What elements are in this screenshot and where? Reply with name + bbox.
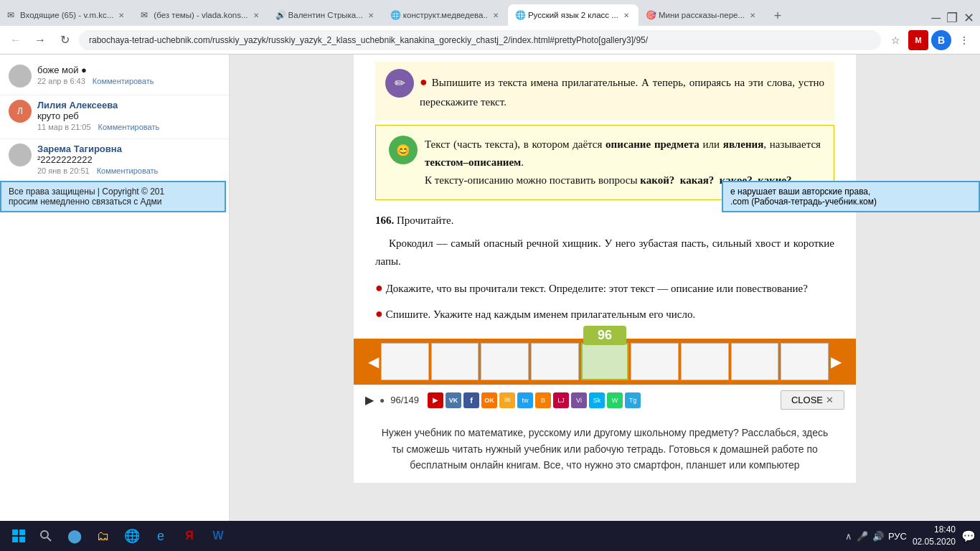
ad-text: Нужен учебник по математике, русскому ил…	[382, 427, 829, 471]
email-icon[interactable]: ✉	[499, 392, 515, 408]
tab-close-4[interactable]: ✕	[491, 11, 501, 20]
thumb-7[interactable]	[681, 343, 729, 380]
menu-button[interactable]: ⋮	[954, 30, 974, 50]
bullet-dot-task1: ●	[375, 281, 383, 295]
close-button[interactable]: CLOSE ✕	[781, 390, 844, 410]
minimize-button[interactable]: ─	[931, 11, 941, 26]
expand-tray-icon[interactable]: ∧	[845, 531, 852, 542]
start-button[interactable]	[4, 523, 33, 549]
taskbar-right: ∧ 🎤 🔊 РУС 18:40 02.05.2020 💬	[845, 524, 976, 548]
facebook-icon[interactable]: f	[463, 392, 479, 408]
page-number: 96	[598, 328, 612, 342]
notification-icon[interactable]: 💬	[961, 529, 976, 543]
viber-icon[interactable]: Vi	[571, 392, 587, 408]
close-btn-container: CLOSE ✕	[781, 390, 844, 410]
page-counter-display: 96/149	[390, 395, 419, 405]
taskbar-chrome-icon[interactable]: 🌐	[119, 523, 145, 549]
taskbar-word-icon[interactable]: W	[205, 523, 231, 549]
thumb-6[interactable]	[631, 343, 679, 380]
taskbar-ie-icon[interactable]: e	[148, 523, 174, 549]
comment-author-2: Лилия Алексеева	[37, 100, 159, 110]
taskbar-cortana-icon[interactable]: ⬤	[62, 523, 88, 549]
close-label: CLOSE	[791, 395, 823, 405]
blogger-icon[interactable]: B	[535, 392, 551, 408]
tab-title-2: (без темы) - vlada.kons...	[154, 11, 248, 19]
ok-icon[interactable]: OK	[481, 392, 497, 408]
tab-title-1: Входящие (65) - v.m.kc...	[20, 11, 113, 19]
comment-action-3[interactable]: Комментировать	[97, 166, 159, 175]
tab-close-2[interactable]: ✕	[251, 11, 261, 20]
svg-point-4	[41, 531, 48, 538]
tab-title-5: Русский язык 2 класс ...	[528, 11, 618, 19]
comment-text-3: ²2222222222	[37, 154, 158, 165]
comment-text-2: круто реб	[37, 110, 159, 121]
taskbar-search-icon[interactable]	[33, 523, 59, 549]
whatsapp-icon[interactable]: W	[607, 392, 623, 408]
back-button[interactable]: ←	[6, 30, 26, 50]
taskbar-yandex-icon[interactable]: Я	[176, 523, 202, 549]
tab-close-6[interactable]: ✕	[748, 11, 758, 20]
thumb-2[interactable]	[431, 343, 479, 380]
thumb-8[interactable]	[731, 343, 779, 380]
dot-separator: ●	[380, 395, 385, 405]
tab-favicon-4: 🌐	[390, 10, 400, 20]
tab-close-1[interactable]: ✕	[116, 11, 126, 20]
play-button[interactable]: ▶	[365, 393, 374, 407]
comment-action-1[interactable]: Комментировать	[93, 77, 154, 85]
tab-2[interactable]: ✉ (без темы) - vlada.kons... ✕	[133, 4, 268, 26]
tab-3[interactable]: 🔊 Валентин Стрыка... ✕	[268, 4, 383, 26]
bullet-dot-1: ●	[420, 75, 428, 89]
maximize-button[interactable]: ❐	[946, 10, 958, 26]
thumb-5[interactable]	[581, 343, 629, 380]
svg-rect-3	[19, 537, 25, 542]
close-window-button[interactable]: ✕	[963, 10, 974, 26]
page-number-badge: 96	[583, 326, 626, 345]
tab-6[interactable]: 🎯 Мини рассказы-пере... ✕	[639, 4, 765, 26]
thumb-3[interactable]	[481, 343, 529, 380]
tab-4[interactable]: 🌐 конструкт.медведева.. ✕	[383, 4, 508, 26]
textbook-page: ✏ ● Выпишите из текста имена прилагатель…	[354, 55, 856, 483]
svg-rect-1	[19, 529, 25, 535]
skype-icon[interactable]: Sk	[589, 392, 605, 408]
tab-5[interactable]: 🌐 Русский язык 2 класс ... ✕	[508, 4, 639, 26]
tab-close-5[interactable]: ✕	[621, 11, 631, 20]
tab-close-3[interactable]: ✕	[366, 11, 376, 20]
address-bar[interactable]	[79, 30, 881, 50]
profile-button[interactable]: B	[931, 30, 951, 50]
comment-action-2[interactable]: Комментировать	[98, 123, 160, 131]
refresh-button[interactable]: ↻	[55, 30, 75, 50]
vk-icon[interactable]: VK	[446, 392, 461, 408]
exercise-header: 166. Прочитайте.	[375, 212, 834, 230]
forward-button[interactable]: →	[30, 30, 50, 50]
new-tab-button[interactable]: +	[768, 6, 788, 26]
lang-label: РУС	[888, 531, 907, 542]
thumb-prev-button[interactable]: ◀	[368, 353, 379, 370]
telegram-icon[interactable]: Tg	[625, 392, 641, 408]
task1-container: ● Докажите, что вы прочитали текст. Опре…	[375, 278, 834, 299]
share-play-icon[interactable]: ▶	[428, 392, 443, 408]
content-wrapper: ✏ ● Выпишите из текста имена прилагатель…	[354, 55, 856, 521]
livejournal-icon[interactable]: LJ	[553, 392, 569, 408]
bullet-item-1-container: ✏ ● Выпишите из текста имена прилагатель…	[385, 69, 824, 110]
thumb-9[interactable]	[781, 343, 829, 380]
comment-1: боже мой ● 22 апр в 6:43 Комментировать	[0, 60, 229, 95]
tab-favicon-3: 🔊	[275, 10, 286, 20]
comment-avatar-1	[9, 65, 32, 88]
taskbar-time-display: 18:40 02.05.2020	[913, 524, 956, 548]
thumb-4[interactable]	[531, 343, 579, 380]
tab-title-3: Валентин Стрыка...	[288, 11, 363, 19]
section-icon-purple: ✏	[385, 69, 414, 98]
bookmark-button[interactable]: ☆	[885, 30, 905, 50]
close-x-icon: ✕	[826, 395, 834, 405]
twitter-icon[interactable]: tw	[517, 392, 533, 408]
comment-3: Зарема Тагировна ²2222222222 20 янв в 20…	[0, 139, 229, 183]
pencil-icon: ✏	[395, 75, 405, 91]
tab-1[interactable]: ✉ Входящие (65) - v.m.kc... ✕	[0, 4, 133, 26]
social-icons-container: ▶ VK f OK ✉ tw B LJ Vi Sk W Tg	[428, 392, 641, 408]
extension-1-button[interactable]: M	[908, 30, 928, 50]
thumb-1[interactable]	[381, 343, 429, 380]
thumb-next-button[interactable]: ▶	[831, 353, 842, 370]
sidebar-comments: боже мой ● 22 апр в 6:43 Комментировать …	[0, 55, 230, 521]
taskbar-files-icon[interactable]: 🗂	[90, 523, 116, 549]
theory-icon-green: 😊	[389, 136, 418, 164]
